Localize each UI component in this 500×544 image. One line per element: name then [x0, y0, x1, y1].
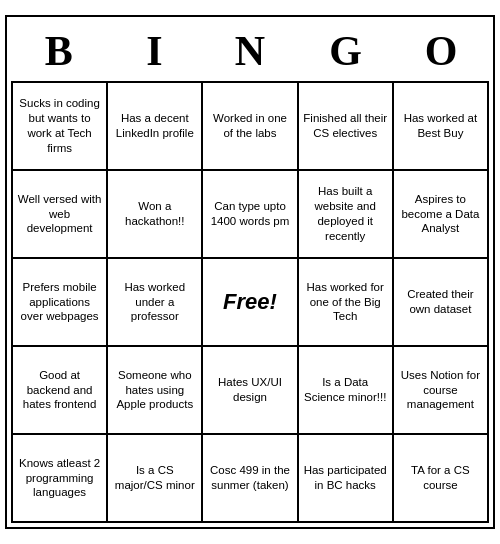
- cell-text-15: Good at backend and hates frontend: [17, 368, 102, 413]
- bingo-cell-17[interactable]: Hates UX/UI design: [203, 347, 298, 435]
- cell-text-24: TA for a CS course: [398, 463, 483, 493]
- bingo-cell-0[interactable]: Sucks in coding but wants to work at Tec…: [13, 83, 108, 171]
- cell-text-1: Has a decent LinkedIn profile: [112, 111, 197, 141]
- cell-text-0: Sucks in coding but wants to work at Tec…: [17, 96, 102, 156]
- bingo-header: BINGO: [11, 21, 489, 81]
- bingo-cell-15[interactable]: Good at backend and hates frontend: [13, 347, 108, 435]
- bingo-cell-7[interactable]: Can type upto 1400 words pm: [203, 171, 298, 259]
- cell-text-2: Worked in one of the labs: [207, 111, 292, 141]
- cell-text-20: Knows atleast 2 programming languages: [17, 456, 102, 501]
- bingo-cell-4[interactable]: Has worked at Best Buy: [394, 83, 489, 171]
- bingo-cell-9[interactable]: Aspires to become a Data Analyst: [394, 171, 489, 259]
- bingo-card: BINGO Sucks in coding but wants to work …: [5, 15, 495, 529]
- bingo-cell-12[interactable]: Free!: [203, 259, 298, 347]
- bingo-cell-11[interactable]: Has worked under a professor: [108, 259, 203, 347]
- bingo-cell-22[interactable]: Cosc 499 in the sunmer (taken): [203, 435, 298, 523]
- bingo-cell-20[interactable]: Knows atleast 2 programming languages: [13, 435, 108, 523]
- cell-text-4: Has worked at Best Buy: [398, 111, 483, 141]
- header-letter-o: O: [396, 27, 486, 75]
- cell-text-17: Hates UX/UI design: [207, 375, 292, 405]
- header-letter-n: N: [205, 27, 295, 75]
- cell-text-23: Has participated in BC hacks: [303, 463, 388, 493]
- cell-text-13: Has worked for one of the Big Tech: [303, 280, 388, 325]
- bingo-cell-1[interactable]: Has a decent LinkedIn profile: [108, 83, 203, 171]
- cell-text-7: Can type upto 1400 words pm: [207, 199, 292, 229]
- header-letter-g: G: [301, 27, 391, 75]
- cell-text-6: Won a hackathon!!: [112, 199, 197, 229]
- bingo-cell-10[interactable]: Prefers mobile applications over webpage…: [13, 259, 108, 347]
- cell-text-19: Uses Notion for course management: [398, 368, 483, 413]
- cell-text-21: Is a CS major/CS minor: [112, 463, 197, 493]
- header-letter-i: I: [109, 27, 199, 75]
- cell-text-11: Has worked under a professor: [112, 280, 197, 325]
- bingo-grid: Sucks in coding but wants to work at Tec…: [11, 81, 489, 523]
- bingo-cell-23[interactable]: Has participated in BC hacks: [299, 435, 394, 523]
- bingo-cell-5[interactable]: Well versed with web development: [13, 171, 108, 259]
- bingo-cell-14[interactable]: Created their own dataset: [394, 259, 489, 347]
- cell-text-8: Has built a website and deployed it rece…: [303, 184, 388, 244]
- bingo-cell-6[interactable]: Won a hackathon!!: [108, 171, 203, 259]
- cell-text-12: Free!: [207, 288, 292, 317]
- bingo-cell-24[interactable]: TA for a CS course: [394, 435, 489, 523]
- cell-text-14: Created their own dataset: [398, 287, 483, 317]
- cell-text-22: Cosc 499 in the sunmer (taken): [207, 463, 292, 493]
- bingo-cell-21[interactable]: Is a CS major/CS minor: [108, 435, 203, 523]
- cell-text-3: Finished all their CS electives: [303, 111, 388, 141]
- bingo-cell-18[interactable]: Is a Data Science minor!!!: [299, 347, 394, 435]
- bingo-cell-8[interactable]: Has built a website and deployed it rece…: [299, 171, 394, 259]
- cell-text-9: Aspires to become a Data Analyst: [398, 192, 483, 237]
- header-letter-b: B: [14, 27, 104, 75]
- cell-text-10: Prefers mobile applications over webpage…: [17, 280, 102, 325]
- cell-text-18: Is a Data Science minor!!!: [303, 375, 388, 405]
- bingo-cell-16[interactable]: Someone who hates using Apple products: [108, 347, 203, 435]
- cell-text-5: Well versed with web development: [17, 192, 102, 237]
- bingo-cell-3[interactable]: Finished all their CS electives: [299, 83, 394, 171]
- bingo-cell-19[interactable]: Uses Notion for course management: [394, 347, 489, 435]
- cell-text-16: Someone who hates using Apple products: [112, 368, 197, 413]
- bingo-cell-2[interactable]: Worked in one of the labs: [203, 83, 298, 171]
- bingo-cell-13[interactable]: Has worked for one of the Big Tech: [299, 259, 394, 347]
